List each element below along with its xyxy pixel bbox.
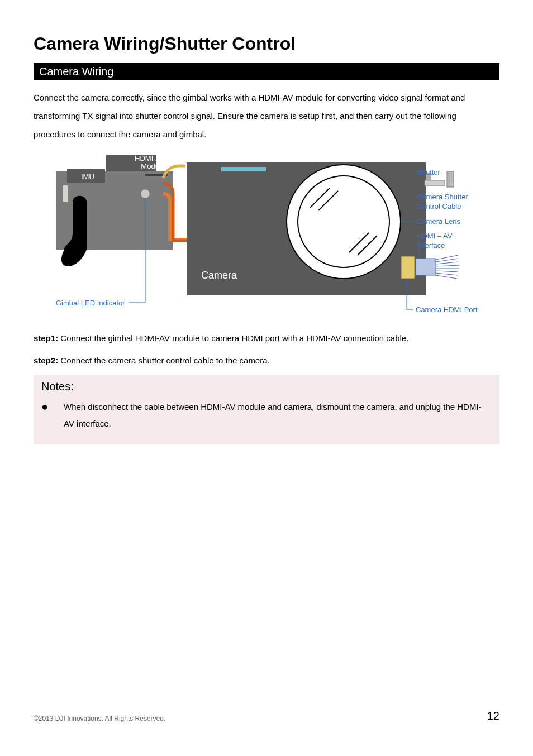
label-shutter-cable: Camera Shutter Control Cable [417, 193, 478, 212]
footer-copyright: ©2013 DJI Innovations. All Rights Reserv… [34, 715, 165, 722]
step-1: step1: Connect the gimbal HDMI-AV module… [34, 330, 499, 347]
step-1-label: step1: [34, 333, 58, 343]
label-camera-lens: Camera Lens [417, 217, 460, 226]
bullet-icon: ● [41, 399, 64, 432]
step-2-text: Connect the camera shutter control cable… [58, 356, 270, 365]
page-title: Camera Wiring/Shutter Control [34, 34, 499, 54]
svg-rect-7 [221, 167, 266, 171]
step-2: step2: Connect the camera shutter contro… [34, 352, 499, 369]
svg-line-24 [436, 262, 458, 264]
label-camera-hdmi-port: Camera HDMI Port [416, 305, 478, 314]
label-camera: Camera [201, 270, 237, 281]
section-bar-camera-wiring: Camera Wiring [34, 63, 499, 80]
svg-rect-21 [416, 259, 436, 275]
page-number: 12 [487, 710, 499, 722]
svg-rect-20 [401, 256, 415, 279]
svg-rect-5 [63, 185, 68, 202]
label-hdmi-av-interface: HDMI – AV Interface [417, 232, 473, 251]
notes-item-text: When disconnect the cable between HDMI-A… [64, 399, 492, 432]
svg-line-27 [436, 271, 458, 272]
notes-box: Notes: ● When disconnect the cable betwe… [34, 375, 499, 444]
wiring-diagram: IMU HDMI-AV Module Camera Gimbal LED Ind… [34, 149, 486, 311]
intro-paragraph: Connect the camera correctly, since the … [34, 88, 499, 143]
step-1-text: Connect the gimbal HDMI-AV module to cam… [58, 333, 408, 343]
svg-point-4 [141, 189, 150, 198]
label-gimbal-led: Gimbal LED Indicator [56, 299, 125, 307]
list-item: ● When disconnect the cable between HDMI… [41, 399, 492, 432]
svg-line-28 [436, 273, 458, 275]
svg-point-14 [287, 165, 401, 279]
camera-lens-icon [287, 165, 401, 279]
svg-line-25 [436, 265, 459, 266]
label-imu: IMU [81, 173, 94, 181]
label-shutter: Shutter [417, 168, 440, 176]
step-2-label: step2: [34, 356, 58, 365]
notes-title: Notes: [41, 380, 492, 393]
svg-rect-8 [425, 180, 445, 186]
label-hdmi-av-module: HDMI-AV Module [131, 155, 165, 171]
svg-line-29 [436, 275, 457, 279]
page-footer: ©2013 DJI Innovations. All Rights Reserv… [34, 710, 499, 722]
